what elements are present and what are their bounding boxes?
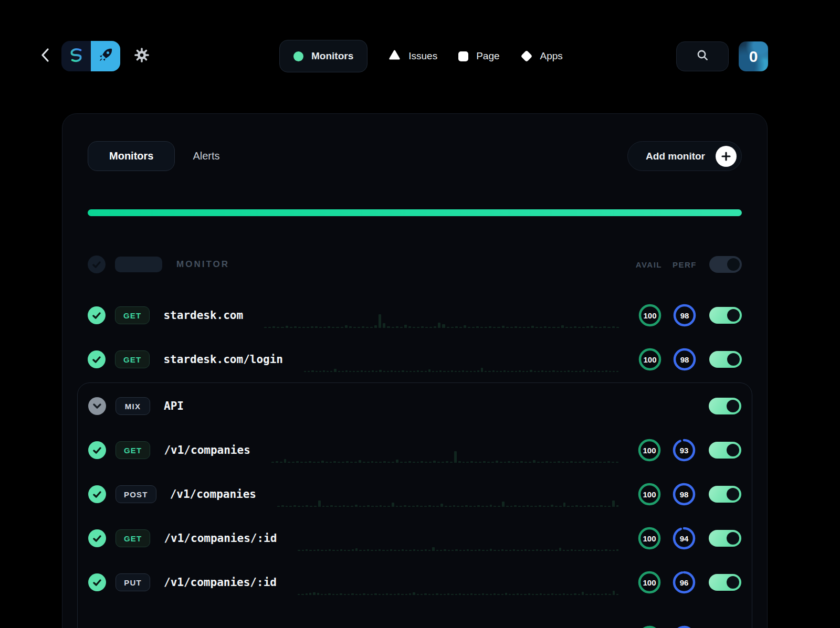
status-check-icon[interactable] xyxy=(88,529,106,547)
sparkline-bar xyxy=(477,505,480,507)
status-check-icon[interactable] xyxy=(88,306,106,324)
nav-item-page[interactable]: Page xyxy=(458,50,499,62)
back-button[interactable] xyxy=(38,48,52,64)
status-check-icon[interactable] xyxy=(88,350,106,368)
perf-column-label: PERF xyxy=(673,260,697,269)
sparkline-bar xyxy=(383,461,386,463)
sparkline-bar xyxy=(408,506,411,507)
sparkline-bar xyxy=(296,461,299,463)
status-check-icon[interactable] xyxy=(88,573,106,591)
response-sparkline xyxy=(264,312,619,328)
sparkline-bar xyxy=(324,594,327,595)
method-badge: PUT xyxy=(116,573,150,591)
sparkline-bar xyxy=(432,594,434,595)
monitor-toggle[interactable] xyxy=(709,442,741,459)
nav-label: Apps xyxy=(540,50,563,62)
nav-item-issues[interactable]: Issues xyxy=(388,49,437,63)
sparkline-bar xyxy=(605,370,607,372)
sparkline-bar xyxy=(603,326,606,328)
sparkline-bar xyxy=(280,462,282,463)
sparkline-bar xyxy=(559,506,562,507)
response-sparkline xyxy=(298,535,618,551)
sparkline-bar xyxy=(463,594,465,595)
sparkline-bar xyxy=(326,506,329,507)
sparkline-bar xyxy=(607,461,610,463)
gear-icon xyxy=(134,47,150,65)
sparkline-bar xyxy=(447,327,449,328)
tab-alerts[interactable]: Alerts xyxy=(193,150,219,162)
sparkline-bar xyxy=(371,594,373,595)
sparkline-bar xyxy=(286,506,288,507)
sparkline-bar xyxy=(317,462,320,463)
sparkline-bar xyxy=(325,550,327,551)
add-monitor-button[interactable]: Add monitor xyxy=(627,141,742,171)
method-badge: MIX xyxy=(116,397,150,415)
sparkline-bar xyxy=(334,506,337,507)
status-check-icon[interactable] xyxy=(88,441,106,459)
monitor-toggle[interactable] xyxy=(709,574,741,591)
sparkline-bar xyxy=(322,506,325,507)
performance-ring xyxy=(672,625,696,628)
tab-monitors[interactable]: Monitors xyxy=(88,141,175,171)
sparkline-bar xyxy=(379,370,381,372)
sparkline-bar xyxy=(429,462,432,463)
select-all-check-icon[interactable] xyxy=(88,256,106,273)
monitor-toggle[interactable] xyxy=(709,486,741,503)
search-button[interactable] xyxy=(676,41,729,71)
sparkline-bar xyxy=(387,326,390,328)
sparkline-bar xyxy=(462,370,464,372)
sparkline-bar xyxy=(358,327,360,328)
ring-value xyxy=(672,625,696,628)
sparkline-bar xyxy=(301,594,303,595)
sparkline-bar xyxy=(400,462,403,463)
monitor-name: /v1/companies/:id xyxy=(164,532,277,545)
sparkline-bar xyxy=(543,506,545,507)
sparkline-bar xyxy=(390,549,392,551)
sparkline-bar xyxy=(616,505,618,507)
sparkline-bar xyxy=(286,326,288,328)
avatar[interactable]: 0 xyxy=(739,41,768,71)
monitor-toggle[interactable] xyxy=(709,530,741,547)
sparkline-bar xyxy=(463,550,465,551)
monitor-toggle[interactable] xyxy=(709,307,742,324)
sparkline-bar xyxy=(490,505,492,507)
sparkline-bar xyxy=(541,462,544,463)
sparkline-bar xyxy=(311,370,313,372)
sparkline-bar xyxy=(355,548,358,551)
settings-button[interactable] xyxy=(133,48,150,65)
nav-item-monitors[interactable]: Monitors xyxy=(279,40,368,72)
main-nav: Monitors Issues Page Apps xyxy=(279,40,563,72)
sparkline-bar xyxy=(442,462,444,463)
sparkline-bar xyxy=(487,462,490,463)
sparkline-bar xyxy=(421,594,423,595)
stardesk-app-tile[interactable] xyxy=(61,41,91,71)
nav-item-apps[interactable]: Apps xyxy=(521,50,563,62)
sparkline-bar xyxy=(382,594,384,595)
sparkline-bar xyxy=(374,593,376,595)
sparkline-bar xyxy=(505,550,507,551)
monitor-toggle[interactable] xyxy=(709,398,741,414)
rocket-app-tile[interactable] xyxy=(91,41,120,71)
avail-perf-toggle[interactable] xyxy=(709,256,742,273)
sparkline-bar xyxy=(593,549,595,551)
sparkline-bar xyxy=(420,506,423,507)
sparkline-bar xyxy=(405,550,407,551)
sparkline-bar xyxy=(503,370,506,372)
sparkline-bar xyxy=(549,371,551,372)
sparkline-bar xyxy=(534,371,536,372)
sparkline-bar xyxy=(309,461,311,463)
sparkline-bar xyxy=(417,594,419,595)
sparkline-bar xyxy=(447,371,449,372)
status-check-icon[interactable] xyxy=(88,485,106,503)
sparkline-bar xyxy=(605,549,607,551)
sparkline-bar xyxy=(379,594,381,595)
sparkline-bar xyxy=(353,371,355,372)
sparkline-bar xyxy=(612,326,615,328)
ring-value: 98 xyxy=(672,482,696,506)
chevron-down-icon[interactable] xyxy=(88,397,106,415)
sparkline-bar xyxy=(323,370,325,372)
sparkline-bar xyxy=(517,593,519,595)
monitor-toggle[interactable] xyxy=(709,351,742,368)
sparkline-bar xyxy=(451,594,453,595)
sparkline-bar xyxy=(281,327,284,328)
